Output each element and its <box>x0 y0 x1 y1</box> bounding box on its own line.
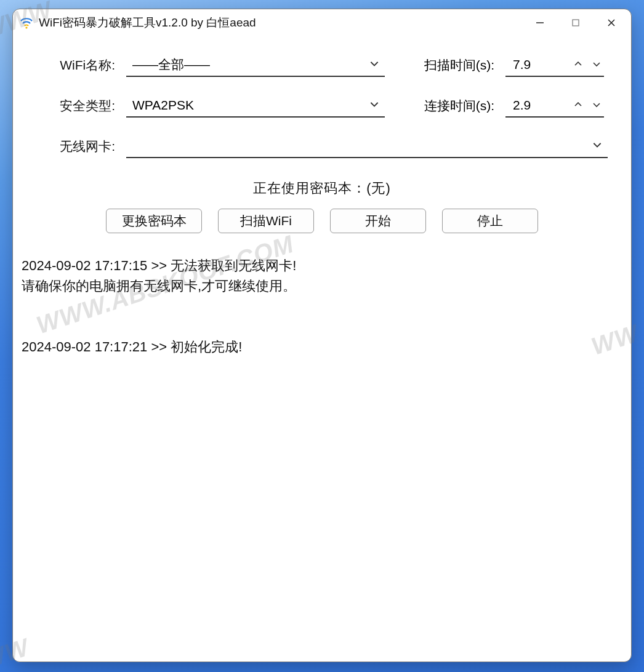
app-window: WiFi密码暴力破解工具v1.2.0 by 白恒aead WiFi名称: ——全… <box>12 9 632 662</box>
security-type-label: 安全类型: <box>36 97 115 114</box>
connect-time-spinner[interactable]: 2.9 <box>505 94 604 118</box>
chevron-down-icon <box>592 138 603 153</box>
stop-button[interactable]: 停止 <box>442 209 538 233</box>
adapter-label: 无线网卡: <box>36 138 115 155</box>
svg-rect-2 <box>573 20 579 26</box>
button-row: 更换密码本 扫描WiFi 开始 停止 <box>36 209 608 233</box>
connect-time-value: 2.9 <box>513 98 531 113</box>
window-title: WiFi密码暴力破解工具v1.2.0 by 白恒aead <box>39 15 523 31</box>
password-book-status: 正在使用密码本：(无) <box>36 179 608 198</box>
chevron-down-icon[interactable] <box>592 98 602 113</box>
maximize-button[interactable] <box>558 12 593 34</box>
adapter-select[interactable] <box>126 135 608 158</box>
change-password-book-button[interactable]: 更换密码本 <box>106 209 202 233</box>
security-type-select[interactable]: WPA2PSK <box>126 94 385 118</box>
start-button[interactable]: 开始 <box>330 209 426 233</box>
form-panel: WiFi名称: ——全部—— 扫描时间(s): 7.9 安全类型: WPA2PS… <box>13 36 631 239</box>
chevron-down-icon <box>369 57 380 72</box>
chevron-up-icon[interactable] <box>573 57 583 72</box>
wifi-name-value: ——全部—— <box>132 56 210 73</box>
security-type-value: WPA2PSK <box>132 98 194 113</box>
scan-time-label: 扫描时间(s): <box>396 57 494 74</box>
wifi-name-label: WiFi名称: <box>36 57 115 74</box>
scan-wifi-button[interactable]: 扫描WiFi <box>218 209 314 233</box>
log-output: 2024-09-02 17:17:15 >> 无法获取到无线网卡! 请确保你的电… <box>18 250 626 657</box>
chevron-up-icon[interactable] <box>573 98 583 113</box>
scan-time-spinner[interactable]: 7.9 <box>505 54 604 77</box>
titlebar: WiFi密码暴力破解工具v1.2.0 by 白恒aead <box>13 9 631 36</box>
minimize-button[interactable] <box>523 12 557 34</box>
wifi-icon <box>19 15 34 30</box>
chevron-down-icon <box>369 98 380 113</box>
close-button[interactable] <box>594 12 629 34</box>
connect-time-label: 连接时间(s): <box>396 97 494 114</box>
scan-time-value: 7.9 <box>513 57 531 72</box>
svg-point-0 <box>25 26 27 28</box>
chevron-down-icon[interactable] <box>592 57 602 72</box>
wifi-name-select[interactable]: ——全部—— <box>126 54 385 77</box>
